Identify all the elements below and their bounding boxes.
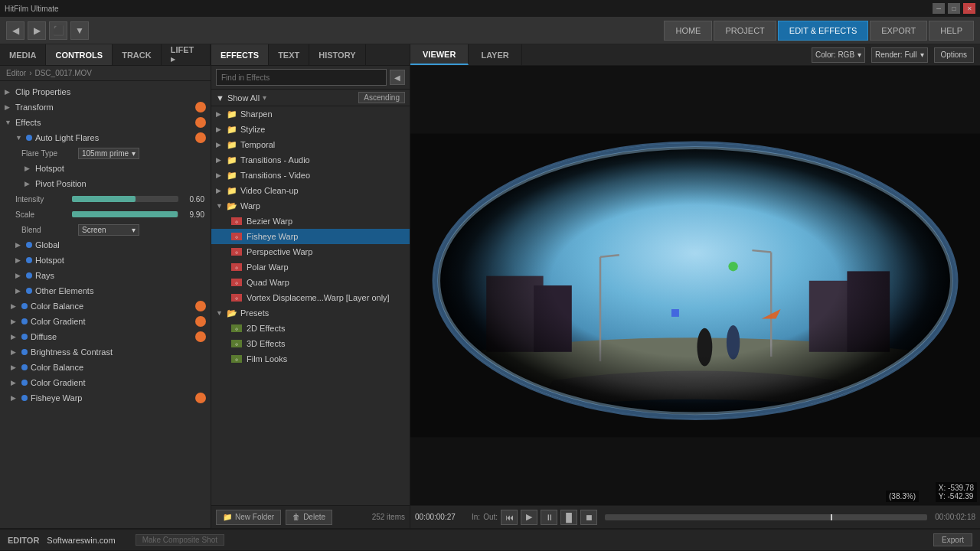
effect-fisheye-warp[interactable]: ⟐ Fisheye Warp — [211, 229, 410, 244]
show-all-button[interactable]: ▼ Show All ▾ — [216, 93, 266, 103]
blend-dropdown[interactable]: Screen ▾ — [78, 224, 139, 236]
auto-light-flares-row[interactable]: ▼ Auto Light Flares — [0, 130, 211, 145]
export-button[interactable]: EXPORT — [870, 21, 927, 41]
effect-bezier-warp[interactable]: ⟐ Bezier Warp — [211, 214, 410, 229]
category-video-cleanup[interactable]: ▶ 📁 Video Clean-up — [211, 183, 410, 198]
make-composite-shot-button[interactable]: Make Composite Shot — [136, 534, 224, 546]
app-title: HitFilm Ultimate — [5, 5, 59, 13]
auto-light-flares-label: Auto Light Flares — [35, 133, 194, 142]
render-select[interactable]: Render: Full ▾ — [871, 47, 927, 63]
nav-icon-1[interactable]: ◀ — [6, 21, 24, 40]
step-forward-button[interactable]: ▐▌ — [560, 510, 577, 525]
minimize-button[interactable]: ─ — [933, 3, 945, 14]
home-button[interactable]: HOME — [664, 21, 712, 41]
tri-icon: ▶ — [216, 187, 224, 194]
timeline-scrubber[interactable] — [605, 514, 927, 520]
new-folder-button[interactable]: 📁 New Folder — [216, 510, 281, 525]
effect-2d-effects[interactable]: ⟐ 2D Effects — [211, 321, 410, 336]
tab-history[interactable]: HISTORY — [309, 44, 365, 65]
nav-icon-2[interactable]: ▶ — [28, 21, 46, 40]
effect-vortex-warp[interactable]: ⟐ Vortex Displaceme...Warp [Layer only] — [211, 290, 410, 305]
search-arrow-left[interactable]: ◀ — [390, 70, 405, 85]
transform-orange-icon — [195, 102, 206, 112]
other-elements-row[interactable]: ▶ Other Elements — [0, 283, 211, 298]
sort-button[interactable]: Ascending — [358, 92, 405, 103]
color-balance-row[interactable]: ▶ Color Balance — [0, 298, 211, 314]
items-count: 252 items — [372, 513, 405, 521]
edit-effects-button[interactable]: EDIT & EFFECTS — [778, 21, 868, 41]
folder-icon: 📁 — [227, 109, 237, 119]
nav-icon-3[interactable]: ⬛ — [49, 21, 67, 40]
effect-polar-warp[interactable]: ⟐ Polar Warp — [211, 259, 410, 275]
project-button[interactable]: PROJECT — [714, 21, 776, 41]
play-button[interactable]: ▶ — [521, 510, 537, 525]
pivot-position-row[interactable]: ▶ Pivot Position — [0, 176, 211, 191]
maximize-button[interactable]: □ — [948, 3, 960, 14]
viewer-panel: VIEWER LAYER Color: RGB ▾ Render: Full ▾… — [410, 44, 980, 528]
breadcrumb: Editor › DSC_0017.MOV — [0, 66, 211, 81]
effects-row[interactable]: ▼ Effects — [0, 115, 211, 130]
toggle-icon: ▼ — [15, 134, 24, 142]
effect-3d-effects[interactable]: ⟐ 3D Effects — [211, 336, 410, 351]
tab-media[interactable]: MEDIA — [0, 44, 46, 65]
effect-icon: ⟐ — [231, 279, 242, 286]
category-presets[interactable]: ▼ 📂 Presets — [211, 305, 410, 321]
global-row[interactable]: ▶ Global — [0, 237, 211, 253]
tab-effects[interactable]: EFFECTS — [211, 44, 269, 65]
help-button[interactable]: HELP — [929, 21, 974, 41]
clip-properties-label: Clip Properties — [15, 87, 206, 96]
color-gradient-row[interactable]: ▶ Color Gradient — [0, 314, 211, 329]
other-elements-label: Other Elements — [35, 286, 206, 295]
category-sharpen[interactable]: ▶ 📁 Sharpen — [211, 106, 410, 122]
search-input[interactable] — [216, 69, 387, 86]
effects-scroll-area: ▶ 📁 Sharpen ▶ 📁 Stylize ▶ 📁 Temporal ▶ 📁… — [211, 106, 410, 505]
color-select[interactable]: Color: RGB ▾ — [812, 47, 865, 63]
tab-lifet[interactable]: LIFET ▸ — [162, 44, 211, 65]
category-transitions-video[interactable]: ▶ 📁 Transitions - Video — [211, 168, 410, 183]
effect-dot — [26, 288, 32, 294]
toggle-icon: ▶ — [15, 287, 24, 295]
intensity-slider[interactable] — [72, 196, 178, 202]
fisheye-warp-row[interactable]: ▶ Fisheye Warp — [0, 390, 211, 406]
hotspot2-row[interactable]: ▶ Hotspot — [0, 253, 211, 268]
effect-dot — [21, 349, 28, 355]
category-temporal[interactable]: ▶ 📁 Temporal — [211, 137, 410, 152]
flare-type-dropdown[interactable]: 105mm prime ▾ — [78, 148, 139, 159]
options-button[interactable]: Options — [934, 47, 974, 63]
color-balance2-row[interactable]: ▶ Color Balance — [0, 360, 211, 375]
effect-film-looks[interactable]: ⟐ Film Looks — [211, 351, 410, 367]
brightness-row[interactable]: ▶ Brightness & Contrast — [0, 344, 211, 360]
editor-export-button[interactable]: Export — [933, 533, 972, 546]
main-area: MEDIA CONTROLS TRACK LIFET ▸ Editor › DS… — [0, 44, 980, 528]
stop-button[interactable]: ⏹ — [580, 510, 597, 525]
close-button[interactable]: ✕ — [963, 3, 975, 14]
tab-text[interactable]: TEXT — [269, 44, 309, 65]
nav-icon-4[interactable]: ▼ — [70, 21, 89, 40]
transform-label: Transform — [15, 103, 194, 112]
hotspot-row[interactable]: ▶ Hotspot — [0, 161, 211, 176]
intensity-row: Intensity 0.60 — [0, 191, 211, 207]
tab-track[interactable]: TRACK — [113, 44, 162, 65]
category-stylize[interactable]: ▶ 📁 Stylize — [211, 122, 410, 137]
category-warp[interactable]: ▼ 📂 Warp — [211, 198, 410, 214]
transform-row[interactable]: ▶ Transform — [0, 99, 211, 115]
delete-button[interactable]: 🗑 Delete — [286, 510, 332, 525]
effect-icon: ⟐ — [231, 248, 242, 256]
color-gradient2-row[interactable]: ▶ Color Gradient — [0, 375, 211, 390]
rays-row[interactable]: ▶ Rays — [0, 268, 211, 283]
effect-perspective-warp[interactable]: ⟐ Perspective Warp — [211, 244, 410, 259]
folder-icon: 📁 — [227, 140, 237, 150]
clip-properties-row[interactable]: ▶ Clip Properties — [0, 84, 211, 99]
diffuse-row[interactable]: ▶ Diffuse — [0, 329, 211, 344]
scale-slider[interactable] — [72, 211, 178, 217]
3d-effects-label: 3D Effects — [247, 339, 286, 348]
tab-layer[interactable]: LAYER — [469, 44, 521, 65]
tab-controls[interactable]: CONTROLS — [46, 44, 113, 65]
category-transitions-audio[interactable]: ▶ 📁 Transitions - Audio — [211, 152, 410, 168]
pause-button[interactable]: ⏸ — [541, 510, 557, 525]
tab-viewer[interactable]: VIEWER — [410, 44, 469, 65]
time-end-display: 00:00:02:18 — [935, 513, 975, 521]
go-to-start-button[interactable]: ⏮ — [501, 510, 518, 525]
effect-quad-warp[interactable]: ⟐ Quad Warp — [211, 275, 410, 290]
toggle-icon: ▶ — [5, 103, 14, 111]
